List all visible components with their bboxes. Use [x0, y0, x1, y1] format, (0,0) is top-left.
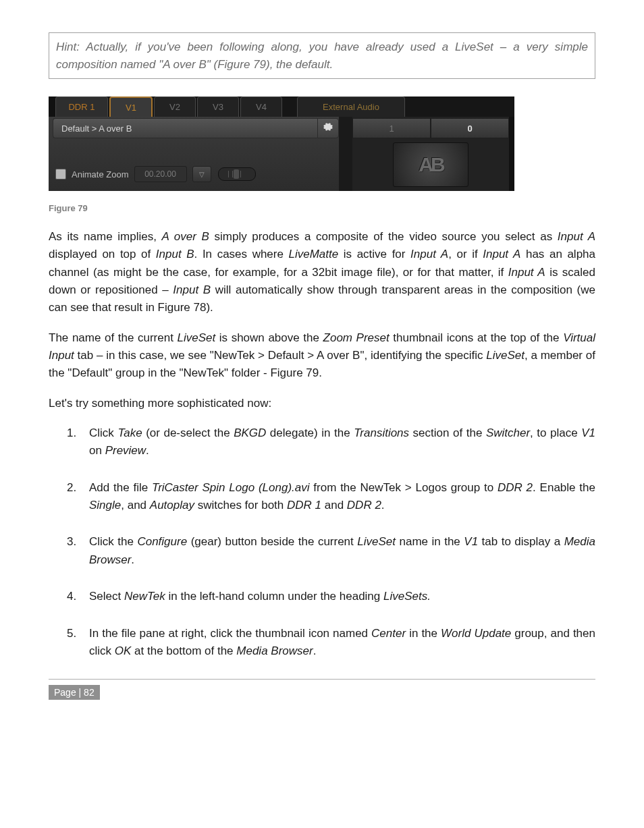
step-1: Click Take (or de-select the BKGD delega…: [80, 424, 595, 460]
liveset-thumbnail[interactable]: AB: [393, 142, 468, 187]
text: , and: [121, 499, 150, 512]
text: switches for both: [194, 499, 287, 512]
text: on: [89, 444, 105, 457]
text: , or if: [448, 248, 483, 260]
text: .: [313, 644, 317, 657]
italic-term: World Update: [441, 627, 511, 640]
italic-term: V1: [581, 426, 595, 439]
italic-term: Switcher: [486, 426, 530, 439]
text: In the file pane at right, click the thu…: [89, 627, 371, 640]
italic-term: Take: [117, 426, 142, 439]
step-5: In the file pane at right, click the thu…: [80, 625, 595, 661]
tab-external-audio[interactable]: External Audio: [297, 96, 405, 117]
text: Click: [89, 426, 117, 439]
italic-term: NewTek: [124, 590, 165, 603]
zoom-dropdown-button[interactable]: ▽: [192, 166, 211, 182]
configure-gear-button[interactable]: [317, 118, 339, 138]
italic-term: LiveSet: [357, 535, 396, 548]
italic-term: LiveSet: [178, 331, 216, 344]
hint-text: Hint: Actually, if you've been following…: [56, 38, 588, 73]
italic-term: DDR 1: [287, 499, 321, 512]
tab-v2[interactable]: V2: [154, 96, 196, 117]
document-page: Hint: Actually, if you've been following…: [0, 0, 644, 828]
italic-term: DDR 2: [498, 481, 533, 494]
figure-caption: Figure 79: [49, 203, 595, 213]
panel-body: Default > A over B Animate Zoom 00.20.00…: [49, 117, 514, 191]
time-value-input[interactable]: 00.20.00: [134, 166, 187, 182]
thumbnail-area: AB: [352, 138, 509, 191]
panel-left: Default > A over B Animate Zoom 00.20.00…: [49, 117, 339, 191]
text: simply produces a composite of the video…: [209, 230, 558, 243]
body-paragraph-2: The name of the current LiveSet is shown…: [49, 329, 595, 383]
italic-term: Input A: [410, 248, 448, 260]
chevron-down-icon: ▽: [199, 171, 205, 178]
text: , to place: [530, 426, 581, 439]
italic-term: Configure: [137, 535, 187, 548]
text: from the NewTek > Logos group to: [310, 481, 498, 494]
text: section of the: [409, 426, 486, 439]
decorative-edge: [49, 96, 55, 117]
animate-zoom-checkbox[interactable]: [55, 169, 66, 180]
italic-term: Center: [371, 627, 406, 640]
slider-handle[interactable]: [234, 169, 239, 179]
text: . In cases where: [194, 248, 289, 260]
italic-term: LiveMatte: [289, 248, 339, 260]
text: (or de-select the: [142, 426, 234, 439]
step-3: Click the Configure (gear) button beside…: [80, 533, 595, 569]
footer-divider: [49, 679, 595, 680]
tab-v3[interactable]: V3: [197, 96, 239, 117]
slider-tick: [232, 171, 233, 177]
step-2: Add the file TriCaster Spin Logo (Long).…: [80, 479, 595, 515]
text: . Enable the: [533, 481, 595, 494]
tab-row: DDR 1 V1 V2 V3 V4 External Audio: [49, 96, 514, 117]
gear-icon: [323, 122, 333, 134]
text: in the left-hand column under the headin…: [165, 590, 383, 603]
preset-header: 1 0: [352, 118, 509, 138]
italic-term: LiveSet: [486, 349, 525, 362]
step-4: Select NewTek in the left-hand column un…: [80, 588, 595, 605]
text: at the bottom of the: [131, 644, 236, 657]
italic-term: Zoom Preset: [323, 331, 390, 344]
italic-term: Input B: [173, 283, 211, 296]
zoom-preset-0[interactable]: 0: [431, 118, 509, 138]
italic-term: BKGD: [234, 426, 266, 439]
italic-term: Single: [89, 499, 121, 512]
text: displayed on top of: [49, 248, 156, 260]
italic-term: DDR 2: [347, 499, 381, 512]
text: As its name implies,: [49, 230, 162, 243]
italic-term: A over B: [162, 230, 209, 243]
liveset-path-label: Default > A over B: [53, 118, 317, 138]
hint-box: Hint: Actually, if you've been following…: [49, 32, 595, 79]
tab-v4[interactable]: V4: [240, 96, 282, 117]
italic-term: LiveSets.: [383, 590, 431, 603]
italic-term: Transitions: [354, 426, 409, 439]
text: Click the: [89, 535, 137, 548]
text: thumbnail icons at the top of the: [390, 331, 563, 344]
liveset-row: Default > A over B: [49, 118, 339, 138]
italic-term: TriCaster Spin Logo (Long).avi: [152, 481, 310, 494]
italic-term: Input A: [558, 230, 595, 243]
tab-v1[interactable]: V1: [109, 96, 153, 117]
italic-term: Autoplay: [150, 499, 194, 512]
text: Select: [89, 590, 124, 603]
italic-term: OK: [115, 644, 132, 657]
page-number-badge: Page | 82: [49, 685, 100, 700]
text: Add the file: [89, 481, 152, 494]
slider-tick: [228, 171, 229, 177]
text: .: [131, 553, 134, 566]
text: The name of the current: [49, 331, 178, 344]
italic-term: Input B: [156, 248, 194, 260]
text: and: [321, 499, 347, 512]
text: in the: [406, 627, 441, 640]
animate-row: Animate Zoom 00.20.00 ▽: [49, 164, 339, 184]
text: is active for: [338, 248, 410, 260]
decorative-edge: [509, 117, 514, 191]
zoom-slider[interactable]: [218, 167, 256, 181]
zoom-preset-1[interactable]: 1: [352, 118, 431, 138]
text: is shown above the: [215, 331, 323, 344]
tab-ddr1[interactable]: DDR 1: [55, 96, 108, 117]
animate-zoom-label: Animate Zoom: [72, 169, 129, 180]
text: tab to display a: [478, 535, 564, 548]
tab-spacer: [284, 96, 297, 117]
body-paragraph-1: As its name implies, A over B simply pro…: [49, 228, 595, 317]
